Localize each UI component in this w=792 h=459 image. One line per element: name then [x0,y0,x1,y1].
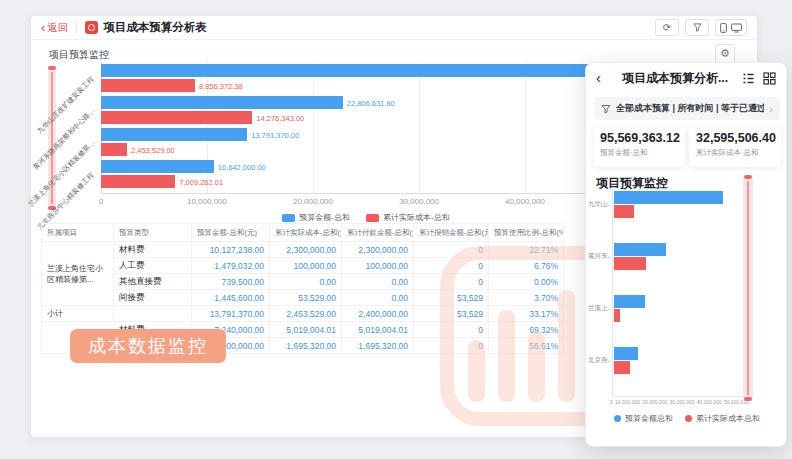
paid-cell: 5,019,004.01 [342,322,414,338]
budget-cell: 739,500.00 [192,274,270,290]
paid-cell: 1,695,320.00 [342,338,414,354]
actual-cell: 0.00 [270,274,342,290]
mobile-x-tick: 20,000,000 [642,399,667,405]
bar-budget [101,128,247,141]
budget-cell: 13,791,370.00 [192,306,270,322]
legend-label: 累计实际成本-总和 [383,212,450,223]
mobile-bar-actual [614,205,634,218]
bar-value-label: 14,276,343.00 [256,114,304,123]
table-header: 累计报销金额-总和(元) [414,224,489,242]
actual-cell: 100,000.00 [270,258,342,274]
type-cell: 其他直接费 [114,274,192,290]
legend-label: 预算金额-总和 [299,212,350,223]
type-cell: 材料费 [114,242,192,258]
legend-dot [614,415,621,422]
x-axis-tick: 30,000,000 [384,197,454,206]
mobile-category-label: 九华山.. [588,200,613,209]
mobile-category-label: 兰溪上.. [588,304,613,313]
budget-cell: 1,445,600.00 [192,290,270,306]
legend-label: 累计实际成本总和 [696,413,760,424]
mobile-x-tick: 50,000,000 [724,399,749,405]
x-axis-line [612,396,747,397]
x-axis-tick: 10,000,000 [172,197,242,206]
legend-swatch [282,214,295,222]
mobile-datazoom-handle-top[interactable] [744,175,752,179]
mobile-datazoom-slider[interactable] [743,177,753,399]
legend-dot [685,415,692,422]
bar-value-label: 13,791,370.00 [251,131,299,140]
ratio-cell: 6.76% [489,258,564,274]
mobile-legend-item[interactable]: 累计实际成本总和 [685,413,760,424]
claim-cell: 0 [414,242,489,258]
bar-actual [101,79,195,92]
x-axis-tick: 0 [66,197,136,206]
table-header: 预算金额-总和(元) [192,224,270,242]
mobile-bar-actual [614,309,620,322]
ratio-cell: 56.51% [489,338,564,354]
mobile-bar-budget [614,347,638,360]
claim-cell: 0 [414,274,489,290]
type-cell: 人工费 [114,258,192,274]
budget-cell: 1,479,032.00 [192,258,270,274]
mobile-bar-budget [614,295,645,308]
gridline [419,61,420,193]
mobile-category-label: 黄河东.. [588,252,613,261]
bar-value-label: 22,806,631.80 [347,99,395,108]
legend-label: 预算金额总和 [625,413,673,424]
mobile-x-tick: 40,000,000 [697,399,722,405]
legend-item[interactable]: 预算金额-总和 [282,212,350,223]
mobile-chart-legend: 预算金额总和累计实际成本总和 [586,413,788,424]
chart-legend: 预算金额-总和累计实际成本-总和 [101,212,631,223]
mobile-legend-item[interactable]: 预算金额总和 [614,413,673,424]
paid-cell: 0.00 [342,274,414,290]
ratio-cell: 33.17% [489,306,564,322]
table-header: 累计实际成本-总和(元) [270,224,342,242]
bar-value-label: 10,642,000.00 [218,163,266,172]
paid-cell: 2,300,000.00 [342,242,414,258]
status-badge: 成本数据监控 [70,329,226,363]
table-header: 所属项目 [42,224,114,242]
claim-cell: 53,529 [414,306,489,322]
ratio-cell: 3.70% [489,290,564,306]
actual-cell: 1,695,320.00 [270,338,342,354]
table-row: 兰溪上角住宅小区精装修第...材料费10,127,238.002,300,000… [42,242,564,258]
ratio-cell: 69.32% [489,322,564,338]
mobile-category-label: 北京燕.. [588,356,613,365]
legend-swatch [366,214,379,222]
claim-cell: 53,529 [414,290,489,306]
ratio-cell: 22.71% [489,242,564,258]
bar-value-label: 2,453,529.00 [131,146,175,155]
mobile-x-tick: 0 [610,399,613,405]
x-axis-tick: 20,000,000 [278,197,348,206]
mobile-datazoom-track [747,181,749,395]
type-cell: 间接费 [114,290,192,306]
actual-cell: 53,529.00 [270,290,342,306]
table-row: 间接费1,445,600.0053,529.000.0053,5293.70% [42,290,564,306]
type-cell [114,306,192,322]
bar-budget [101,96,343,109]
mobile-bar-actual [614,361,630,374]
mobile-x-tick: 10,000,000 [615,399,640,405]
paid-cell: 0.00 [342,290,414,306]
mobile-bar-budget [614,191,723,204]
paid-cell: 2,400,000.00 [342,306,414,322]
table-header: 预算类型 [114,224,192,242]
bar-value-label: 8,856,372.38 [199,82,243,91]
mobile-bar-actual [614,257,646,270]
claim-cell: 0 [414,322,489,338]
bar-actual [101,143,127,156]
table-row: 其他直接费739,500.000.000.0000.00% [42,274,564,290]
actual-cell: 2,453,529.00 [270,306,342,322]
gridline [525,61,526,193]
legend-item[interactable]: 累计实际成本-总和 [366,212,450,223]
bar-actual [101,175,175,188]
table-header: 累计付款金额-总和(元) [342,224,414,242]
claim-cell: 0 [414,338,489,354]
table-row: 人工费1,479,032.00100,000.00100,000.0006.76… [42,258,564,274]
datazoom-handle-top[interactable] [48,66,56,70]
claim-cell: 0 [414,258,489,274]
bar-budget [101,160,214,173]
gridline [207,61,208,193]
budget-cell: 10,127,238.00 [192,242,270,258]
bar-budget [101,64,613,77]
